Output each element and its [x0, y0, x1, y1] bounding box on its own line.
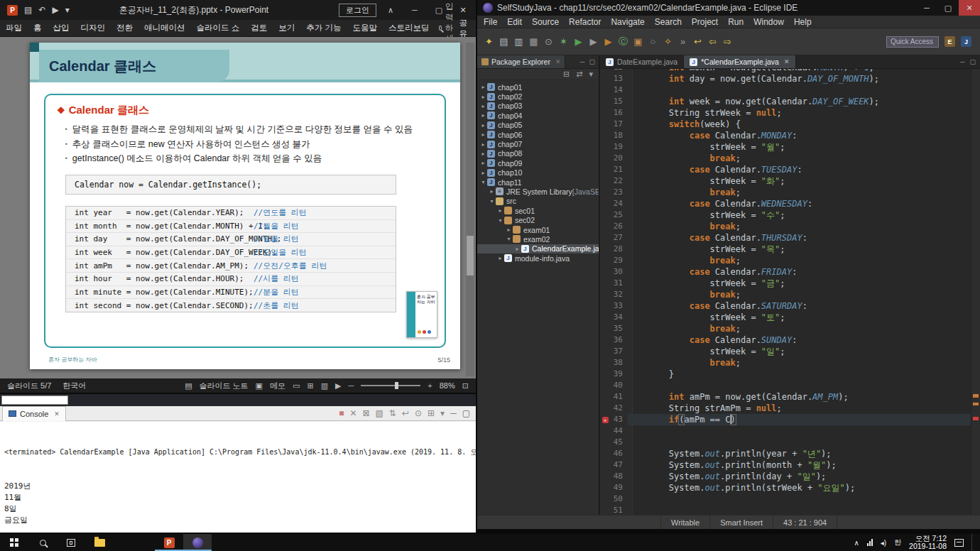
tree-item-src[interactable]: ▾src [477, 197, 599, 206]
chevron-right-icon[interactable]: ▸ [479, 151, 487, 157]
code-line-37[interactable]: 37 strWeek = "일"; [600, 346, 971, 357]
slide-title-box[interactable]: Calendar 클래스 [39, 50, 229, 82]
code-line-46[interactable]: 46 System.out.println(year + "년"); [600, 448, 971, 459]
menu-search[interactable]: Search [650, 17, 687, 27]
save-icon[interactable]: ▤ [24, 5, 32, 15]
show-desktop-button[interactable] [971, 534, 974, 551]
close-console-icon[interactable]: ✕ [54, 410, 60, 418]
login-button[interactable]: 로그인 [339, 4, 376, 17]
ribbon-tab-파일[interactable]: 파일 [0, 23, 28, 33]
save-icon[interactable]: ▤ [496, 34, 511, 49]
eclipse-taskbar-button[interactable] [183, 534, 212, 551]
ribbon-tab-전환[interactable]: 전환 [111, 23, 138, 33]
chevron-right-icon[interactable]: ▸ [479, 170, 487, 176]
normal-view-icon[interactable]: ▭ [293, 381, 300, 391]
code-line-50[interactable]: 50 [600, 493, 971, 505]
code-line-17[interactable]: 17 switch(week) { [600, 119, 971, 130]
debug-icon[interactable]: ✶ [556, 34, 571, 49]
zoom-out-icon[interactable]: ─ [349, 381, 354, 390]
code-line-34[interactable]: 34 strWeek = "토"; [600, 312, 971, 323]
minimize-icon[interactable]: ─ [450, 408, 457, 418]
new-java-class-icon[interactable]: Ⓒ [616, 34, 631, 49]
code-line-15[interactable]: 15 int week = now.get(Calendar.DAY_OF_WE… [600, 96, 971, 107]
menu-navigate[interactable]: Navigate [606, 17, 649, 27]
word-wrap-icon[interactable]: ↩ [402, 408, 409, 418]
chevron-right-icon[interactable]: ▸ [488, 188, 496, 195]
code-line-13[interactable]: 13 int day = now.get(Calendar.DAY_OF_MON… [600, 73, 971, 84]
chevron-right-icon[interactable]: ▸ [479, 141, 487, 148]
overview-ruler[interactable] [971, 69, 980, 515]
slide-code-box-2[interactable]: int year = now.get(Calendar.YEAR);//연도를 … [65, 206, 396, 312]
open-type-icon[interactable]: ○ [646, 34, 660, 49]
code-line-14[interactable]: 14 [600, 84, 971, 96]
tree-item-sec01[interactable]: ▸sec01 [477, 206, 599, 215]
code-line-38[interactable]: 38 break; [600, 357, 971, 369]
code-line-29[interactable]: 29 break; [600, 255, 971, 266]
view-menu-icon[interactable]: ▾ [589, 70, 593, 79]
minimize-editor-icon[interactable]: ─ [960, 58, 964, 65]
remove-launch-icon[interactable]: ✕ [349, 408, 356, 418]
ribbon-tab-스토리보딩[interactable]: 스토리보딩 [383, 23, 435, 33]
code-line-41[interactable]: 41 int amPm = now.get(Calendar.AM_PM); [600, 391, 971, 403]
tree-item-chap07[interactable]: ▸Jchap07 [477, 139, 599, 148]
back-icon[interactable]: ⇦ [705, 34, 720, 49]
code-line-43[interactable]: ✕43 if(amPm == C) [600, 414, 971, 425]
slide-scrollbar[interactable] [466, 43, 474, 376]
tree-item-chap09[interactable]: ▸Jchap09 [477, 158, 599, 168]
reading-view-icon[interactable]: ▥ [321, 381, 328, 391]
ime-indicator[interactable]: 한 [894, 538, 901, 547]
maximize-button[interactable]: ▢ [937, 0, 959, 16]
menu-project[interactable]: Project [687, 17, 723, 27]
close-button[interactable]: ✕ [959, 0, 980, 16]
chevron-right-icon[interactable]: ▸ [496, 207, 504, 214]
chevron-right-icon[interactable]: ▸ [479, 94, 487, 100]
chevron-right-icon[interactable]: ▸ [479, 112, 487, 119]
run-external-icon[interactable]: ▶ [586, 34, 601, 49]
code-line-28[interactable]: 28 strWeek = "목"; [600, 244, 971, 255]
minimize-button[interactable]: ─ [916, 0, 937, 16]
chevron-down-icon[interactable]: ▾ [488, 198, 496, 204]
language-status[interactable]: 한국어 [62, 381, 86, 391]
code-line-47[interactable]: 47 System.out.println(month + "월"); [600, 459, 971, 471]
tree-item-chap06[interactable]: ▸Jchap06 [477, 130, 599, 139]
chevron-right-icon[interactable]: ▸ [479, 160, 487, 166]
zoom-in-icon[interactable]: + [428, 381, 432, 390]
zoom-percent[interactable]: 88% [440, 381, 455, 390]
open-console-icon[interactable]: ⊞ [428, 408, 435, 418]
action-center-icon[interactable] [954, 539, 964, 547]
chevron-right-icon[interactable]: ▸ [513, 246, 521, 252]
code-line-23[interactable]: 23 break; [600, 187, 971, 198]
tree-item-chap10[interactable]: ▸Jchap10 [477, 168, 599, 178]
chevron-down-icon[interactable]: ▾ [479, 179, 487, 185]
share-button[interactable]: 공유 [459, 18, 477, 39]
minimize-button[interactable]: ─ [405, 6, 425, 14]
code-line-36[interactable]: 36 case Calendar.SUNDAY: [600, 334, 971, 346]
code-line-18[interactable]: 18 case Calendar.MONDAY: [600, 130, 971, 141]
zoom-slider[interactable] [361, 385, 420, 386]
code-line-39[interactable]: 39 } [600, 369, 971, 380]
ribbon-tab-추가 기능[interactable]: 추가 기능 [300, 23, 347, 33]
taskbar-search-button[interactable] [28, 534, 57, 551]
minimize-view-icon[interactable]: ─ [580, 58, 584, 65]
clear-console-icon[interactable]: ▧ [376, 408, 383, 418]
menu-file[interactable]: File [479, 17, 502, 27]
start-button[interactable] [0, 534, 28, 551]
ribbon-tab-도움말[interactable]: 도움말 [347, 23, 383, 33]
powerpoint-titlebar[interactable]: P▤↶▶▾ 혼공자바_11_2(최종).pptx - PowerPoint 로그… [0, 0, 476, 20]
chevron-right-icon[interactable]: ▸ [479, 122, 487, 129]
slide-content-box[interactable]: ❖Calendar 클래스 ▪달력을 표현한 클래스로 운영체제의 날짜 및 시… [44, 94, 446, 348]
search-icon[interactable]: ✧ [660, 34, 675, 49]
package-explorer-tab[interactable]: Package Explorer ✕ [477, 55, 565, 68]
ribbon-tab-보기[interactable]: 보기 [273, 23, 300, 33]
code-line-30[interactable]: 30 case Calendar.FRIDAY: [600, 266, 971, 278]
chevron-right-icon[interactable]: ▸ [505, 227, 513, 233]
menu-source[interactable]: Source [527, 17, 564, 27]
print-icon[interactable]: ▦ [526, 34, 541, 49]
tree-item-chap08[interactable]: ▸Jchap08 [477, 149, 599, 158]
tree-item-chap11[interactable]: ▾Jchap11 [477, 178, 599, 187]
code-line-32[interactable]: 32 break; [600, 289, 971, 300]
terminate-icon[interactable]: ■ [339, 408, 344, 418]
tree-item-CalendarExample-java[interactable]: ▸JCalendarExample.java [477, 244, 599, 253]
save-all-icon[interactable]: ▥ [511, 34, 526, 49]
code-line-40[interactable]: 40 [600, 380, 971, 391]
